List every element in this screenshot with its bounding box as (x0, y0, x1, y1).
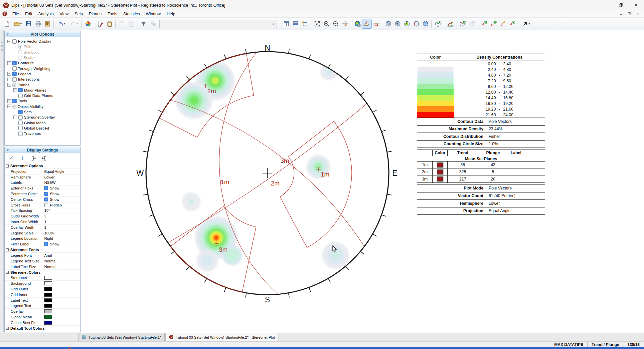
group-default-tool-colors[interactable]: +Default Tool Colors (5, 326, 80, 331)
checkbox-global-mean[interactable] (18, 121, 23, 125)
checkbox-sets[interactable]: ✓ (18, 110, 23, 114)
filter-data-button[interactable] (139, 19, 148, 28)
color-swatch[interactable] (44, 321, 52, 325)
checkbox-traverses[interactable] (18, 132, 23, 136)
major-planes-button[interactable] (411, 19, 421, 28)
undo-button[interactable]: ▾ (55, 19, 68, 28)
property-value[interactable]: Arial (42, 253, 80, 258)
set-color-swatch[interactable] (437, 163, 443, 168)
property-value[interactable]: 10° (42, 208, 80, 213)
set-color-swatch[interactable] (437, 176, 443, 181)
collapse-box-icon[interactable]: − (6, 248, 9, 251)
checkbox-pole-vector-display[interactable] (12, 39, 17, 44)
import-settings-button[interactable] (41, 155, 48, 162)
tree-item-pole[interactable]: Pole (5, 44, 80, 49)
property-value[interactable] (42, 309, 80, 314)
chevron-down-icon[interactable]: ▾ (271, 22, 276, 26)
collapse-box-icon[interactable]: − (6, 165, 9, 168)
collapse-box-icon[interactable]: − (6, 271, 9, 274)
minimize-button[interactable]: – (598, 0, 613, 10)
property-value[interactable]: 3 (42, 213, 80, 219)
restore-button[interactable] (613, 0, 628, 10)
property-value[interactable]: Hidden (42, 202, 80, 208)
checkbox-stereonet-overlay[interactable] (18, 115, 23, 120)
tree-item-scatter[interactable]: Scatter (5, 55, 80, 60)
zoom-in-button[interactable] (322, 19, 331, 28)
copy-button[interactable] (117, 19, 126, 28)
filter-table-button[interactable] (148, 19, 157, 28)
new-window-button[interactable] (300, 19, 309, 28)
document-tab-1[interactable]: Tutorial 03 Sets (Set Window)-StartingFi… (78, 333, 165, 341)
mdi-close-button[interactable]: × (634, 11, 641, 17)
menu-edit[interactable]: Edit (22, 10, 35, 18)
warning-button[interactable]: ! (19, 155, 26, 162)
display-settings-header[interactable]: ▼ Display Settings (5, 147, 80, 153)
tree-item-terzaghi-weighting[interactable]: Terzaghi Weighting (5, 66, 80, 71)
expand-box-icon[interactable]: + (7, 72, 11, 76)
property-value[interactable] (42, 314, 80, 320)
checkbox-contours[interactable]: ✓ (12, 61, 17, 65)
filter-combo-input[interactable] (160, 21, 271, 27)
tree-item-global-mean[interactable]: Global Mean (5, 120, 80, 125)
plot-options-header[interactable]: ▼ Plot Options (5, 31, 80, 37)
expand-box-icon[interactable]: + (7, 61, 11, 65)
checkbox-terzaghi-weighting[interactable] (12, 66, 17, 71)
checkbox-global-best-fit[interactable] (18, 126, 23, 130)
tree-item-traverses[interactable]: Traverses (5, 131, 80, 136)
open-file-button[interactable]: ▾ (11, 19, 24, 28)
tree-item-intersections[interactable]: +Intersections (5, 77, 80, 82)
collapse-arrow-icon[interactable]: ▼ (6, 31, 9, 37)
close-button[interactable]: × (628, 0, 644, 10)
set-color-swatch[interactable] (437, 170, 443, 174)
value-checkbox[interactable]: ✓ (44, 242, 48, 246)
tree-item-sets[interactable]: ✓Sets (5, 109, 80, 115)
info-viewer-button[interactable] (43, 19, 52, 28)
color-swatch[interactable] (44, 281, 52, 285)
tree-item-object-visibility[interactable]: −▸Object Visibility (5, 104, 80, 109)
menu-analysis[interactable]: Analysis (35, 10, 57, 18)
export-settings-button[interactable] (30, 155, 37, 162)
mdi-minimize-button[interactable]: – (617, 11, 624, 17)
add-set-window-button[interactable] (479, 19, 489, 28)
property-value[interactable] (42, 298, 80, 303)
expand-box-icon[interactable]: + (13, 116, 17, 119)
chart-colors-button[interactable] (83, 19, 92, 28)
dropdown-arrow-icon[interactable]: ▾ (529, 22, 530, 25)
radio-scatter[interactable] (18, 56, 22, 60)
scatter-plot-button[interactable] (393, 19, 402, 28)
color-swatch[interactable] (44, 293, 52, 297)
property-value[interactable]: ✓Show (42, 191, 80, 196)
kinematic-analysis-button[interactable] (445, 19, 455, 28)
property-value[interactable]: 100% (42, 230, 80, 236)
tree-item-grid-data-planes[interactable]: Grid Data Planes (5, 93, 80, 98)
menu-planes[interactable]: Planes (86, 10, 104, 18)
edit-planes-button[interactable] (467, 19, 476, 28)
section-view-button[interactable] (371, 19, 381, 28)
filter-combo[interactable]: ▾ (159, 20, 276, 28)
tree-item-contours[interactable]: +✓Contours (5, 60, 80, 66)
color-swatch[interactable] (44, 276, 52, 280)
color-swatch[interactable] (44, 298, 52, 302)
checkbox-major-planes[interactable]: ✓ (18, 88, 23, 92)
set-visibility-button[interactable] (507, 19, 517, 28)
mdi-restore-button[interactable] (626, 11, 633, 17)
property-value[interactable]: Normal (42, 258, 80, 264)
radio-pole[interactable] (18, 45, 22, 49)
tile-vertical-button[interactable] (281, 19, 291, 28)
property-value[interactable]: Equal Angle (42, 169, 80, 174)
tree-item-tools[interactable]: +✓Tools (5, 98, 80, 104)
selection-arrow-button[interactable]: ▾ (520, 19, 532, 28)
property-value[interactable]: Normal (42, 264, 80, 269)
property-value[interactable] (42, 286, 80, 292)
print-button[interactable] (33, 19, 43, 28)
group-stereonet-fonts[interactable]: −Stereonet Fonts (5, 247, 80, 253)
plane-view-button[interactable] (362, 19, 371, 28)
zoom-out-button[interactable] (331, 19, 340, 28)
property-value[interactable]: 1 (42, 219, 80, 224)
property-value[interactable]: ✓Show (42, 185, 80, 191)
property-value[interactable] (42, 292, 80, 297)
stereonet-3d-button[interactable] (353, 19, 362, 28)
tree-item-legend[interactable]: +✓Legend (5, 71, 80, 77)
tree-item-global-best-fit[interactable]: Global Best Fit (5, 126, 80, 131)
edit-sets-button[interactable] (498, 19, 507, 28)
